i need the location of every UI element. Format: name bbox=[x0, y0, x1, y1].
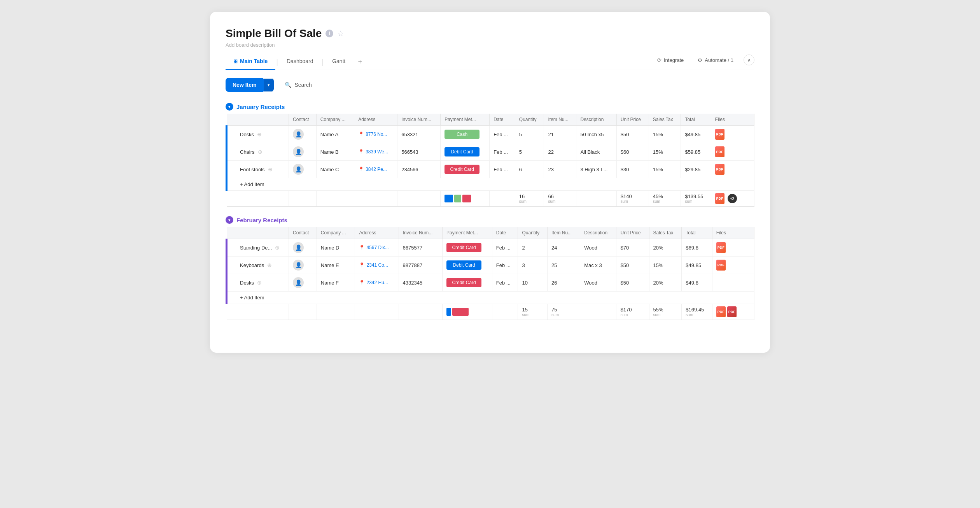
col-date-feb: Date bbox=[492, 227, 518, 239]
summary-files: PDF +2 bbox=[711, 191, 745, 207]
summary-empty bbox=[745, 191, 754, 207]
summary-itemnum: 66 sum bbox=[544, 191, 576, 207]
contact-cell: 👤 bbox=[289, 143, 317, 161]
tabs-row: ⊞ Main Table | Dashboard | Gantt + ⟳ Int… bbox=[226, 54, 754, 70]
add-inline-icon[interactable]: ⊕ bbox=[257, 279, 262, 286]
summary-unitprice: $140 sum bbox=[616, 191, 649, 207]
col-desc-feb: Description bbox=[580, 227, 616, 239]
automate-button[interactable]: ⚙ Automate / 1 bbox=[694, 55, 737, 65]
payment-cell: Credit Card bbox=[441, 161, 490, 178]
company-cell: Name C bbox=[316, 161, 354, 178]
invoice-cell: 6675577 bbox=[399, 239, 442, 257]
invoice-cell: 566543 bbox=[397, 143, 441, 161]
table-row: Desks ⊕ 👤 Name A 📍 8776 No... 653321 Cas… bbox=[227, 126, 754, 143]
add-inline-icon[interactable]: ⊕ bbox=[275, 244, 280, 251]
col-more-jan bbox=[745, 114, 754, 126]
new-item-main[interactable]: New Item bbox=[226, 78, 263, 92]
salestax-cell: 20% bbox=[649, 274, 682, 292]
summary-empty bbox=[355, 304, 399, 320]
bar-credit bbox=[462, 195, 471, 202]
add-item-row-feb[interactable]: + Add Item bbox=[227, 292, 754, 304]
january-table-wrapper: Contact Company ... Address Invoice Num.… bbox=[226, 114, 754, 207]
quantity-cell: 5 bbox=[515, 126, 544, 143]
contact-cell: 👤 bbox=[289, 257, 317, 274]
col-payment-feb: Payment Met... bbox=[443, 227, 492, 239]
itemnum-cell: 25 bbox=[548, 257, 580, 274]
total-cell: $59.85 bbox=[681, 143, 711, 161]
add-inline-icon[interactable]: ⊕ bbox=[258, 149, 262, 155]
files-cell: PDF bbox=[711, 161, 745, 178]
col-invoice-jan: Invoice Num... bbox=[397, 114, 441, 126]
group-february-dot[interactable]: ▾ bbox=[226, 216, 233, 224]
add-inline-icon[interactable]: ⊕ bbox=[257, 131, 262, 137]
bar-credit-feb bbox=[452, 308, 469, 316]
summary-empty bbox=[227, 304, 289, 320]
summary-empty bbox=[397, 191, 441, 207]
toolbar-row: New Item ▾ 🔍 Search bbox=[226, 78, 754, 92]
address-cell: 📍 8776 No... bbox=[354, 126, 397, 143]
add-item-label-jan[interactable]: + Add Item bbox=[227, 178, 754, 191]
summary-empty bbox=[399, 304, 442, 320]
date-cell: Feb ... bbox=[490, 126, 515, 143]
tab-dashboard[interactable]: Dashboard bbox=[279, 54, 321, 70]
collapse-button[interactable]: ∧ bbox=[744, 54, 754, 65]
integrate-icon: ⟳ bbox=[657, 57, 662, 63]
add-inline-icon[interactable]: ⊕ bbox=[268, 166, 273, 172]
add-item-label-feb[interactable]: + Add Item bbox=[227, 292, 754, 304]
contact-cell: 👤 bbox=[289, 161, 317, 178]
table-row: Foot stools ⊕ 👤 Name C 📍 3842 Pe... 2345… bbox=[227, 161, 754, 178]
contact-cell: 👤 bbox=[289, 274, 317, 292]
summary-row-jan: 16 sum 66 sum $140 sum 45 bbox=[227, 191, 754, 207]
board-description[interactable]: Add board description bbox=[226, 42, 754, 48]
total-cell: $49.85 bbox=[682, 257, 712, 274]
new-item-button[interactable]: New Item ▾ bbox=[226, 78, 274, 92]
info-icon[interactable]: i bbox=[326, 30, 333, 37]
col-salestax-feb: Sales Tax bbox=[649, 227, 682, 239]
add-item-row-jan[interactable]: + Add Item bbox=[227, 178, 754, 191]
col-address-jan: Address bbox=[354, 114, 397, 126]
group-january-header: ▾ January Receipts bbox=[226, 103, 754, 111]
more-cell bbox=[745, 274, 754, 292]
payment-cell: Debit Card bbox=[441, 143, 490, 161]
tab-gantt[interactable]: Gantt bbox=[324, 54, 353, 70]
add-inline-icon[interactable]: ⊕ bbox=[267, 262, 272, 268]
avatar: 👤 bbox=[293, 129, 304, 140]
summary-itemnum-feb: 75 sum bbox=[548, 304, 580, 320]
files-cell: PDF bbox=[711, 143, 745, 161]
quantity-cell: 10 bbox=[518, 274, 548, 292]
group-january-dot[interactable]: ▾ bbox=[226, 103, 233, 111]
payment-cell: Debit Card bbox=[443, 257, 492, 274]
col-unitprice-feb: Unit Price bbox=[616, 227, 649, 239]
january-header-row: Contact Company ... Address Invoice Num.… bbox=[227, 114, 754, 126]
col-itemnum-jan: Item Nu... bbox=[544, 114, 576, 126]
more-cell bbox=[745, 126, 754, 143]
date-cell: Feb ... bbox=[492, 274, 518, 292]
address-cell: 📍 2342 Hu... bbox=[355, 274, 399, 292]
col-name-feb bbox=[227, 227, 289, 239]
tab-right-actions: ⟳ Integrate ⚙ Automate / 1 ∧ bbox=[653, 54, 754, 69]
avatar: 👤 bbox=[293, 164, 304, 175]
tab-main-table[interactable]: ⊞ Main Table bbox=[226, 54, 275, 70]
summary-empty bbox=[576, 191, 616, 207]
star-icon[interactable]: ☆ bbox=[337, 29, 344, 38]
summary-files-feb: PDF PDF bbox=[712, 304, 745, 320]
col-payment-jan: Payment Met... bbox=[441, 114, 490, 126]
itemnum-cell: 26 bbox=[548, 274, 580, 292]
address-cell: 📍 3842 Pe... bbox=[354, 161, 397, 178]
summary-total: $139.55 sum bbox=[681, 191, 711, 207]
itemnum-cell: 21 bbox=[544, 126, 576, 143]
tab-separator-1: | bbox=[275, 58, 279, 66]
new-item-caret[interactable]: ▾ bbox=[263, 79, 274, 91]
payment-cell: Cash bbox=[441, 126, 490, 143]
group-january-title: January Receipts bbox=[236, 104, 285, 110]
search-icon: 🔍 bbox=[285, 82, 291, 88]
col-more-feb bbox=[745, 227, 754, 239]
search-button[interactable]: 🔍 Search bbox=[278, 79, 318, 91]
invoice-cell: 9877887 bbox=[399, 257, 442, 274]
integrate-button[interactable]: ⟳ Integrate bbox=[653, 55, 688, 65]
col-date-jan: Date bbox=[490, 114, 515, 126]
summary-empty bbox=[317, 304, 355, 320]
tab-add[interactable]: + bbox=[353, 55, 367, 69]
desc-cell: Mac x 3 bbox=[580, 257, 616, 274]
summary-empty bbox=[289, 304, 317, 320]
